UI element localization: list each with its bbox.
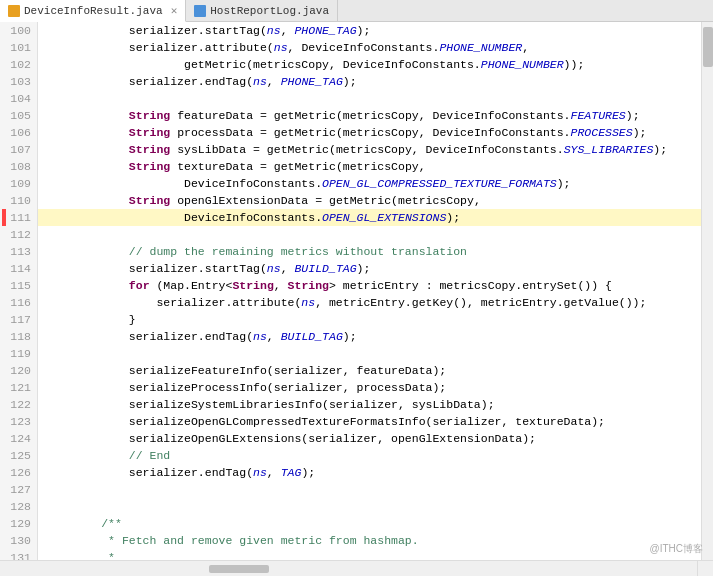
code-line-118: serializer.endTag(ns, BUILD_TAG); — [38, 328, 701, 345]
code-line-125: // End — [38, 447, 701, 464]
line-number-115: 115 — [4, 277, 31, 294]
line-number-112: 112 — [4, 226, 31, 243]
h-scrollbar-thumb[interactable] — [209, 565, 269, 573]
code-line-104 — [38, 90, 701, 107]
code-line-117: } — [38, 311, 701, 328]
code-line-130: * Fetch and remove given metric from has… — [38, 532, 701, 549]
horizontal-scrollbar[interactable] — [0, 563, 697, 575]
code-line-109: DeviceInfoConstants.OPEN_GL_COMPRESSED_T… — [38, 175, 701, 192]
tab-host-report[interactable]: HostReportLog.java — [186, 0, 338, 21]
line-number-100: 100 — [4, 22, 31, 39]
line-number-122: 122 — [4, 396, 31, 413]
line-number-110: 110 — [4, 192, 31, 209]
java-file-icon-2 — [194, 5, 206, 17]
code-line-123: serializeOpenGLCompressedTextureFormatsI… — [38, 413, 701, 430]
line-number-107: 107 — [4, 141, 31, 158]
line-number-131: 131 — [4, 549, 31, 560]
tab-label-device: DeviceInfoResult.java — [24, 5, 163, 17]
code-line-115: for (Map.Entry<String, String> metricEnt… — [38, 277, 701, 294]
line-number-129: 129 — [4, 515, 31, 532]
line-number-114: 114 — [4, 260, 31, 277]
line-number-128: 128 — [4, 498, 31, 515]
bottom-bar — [0, 560, 713, 576]
code-line-107: String sysLibData = getMetric(metricsCop… — [38, 141, 701, 158]
vertical-scrollbar[interactable] — [701, 22, 713, 560]
line-number-101: 101 — [4, 39, 31, 56]
line-number-130: 130 — [4, 532, 31, 549]
line-number-123: 123 — [4, 413, 31, 430]
tab-label-host: HostReportLog.java — [210, 5, 329, 17]
code-line-120: serializeFeatureInfo(serializer, feature… — [38, 362, 701, 379]
scrollbar-thumb[interactable] — [703, 27, 713, 67]
watermark: @ITHC博客 — [650, 542, 703, 556]
code-content[interactable]: serializer.startTag(ns, PHONE_TAG); seri… — [38, 22, 701, 560]
code-line-128 — [38, 498, 701, 515]
line-number-125: 125 — [4, 447, 31, 464]
code-line-124: serializeOpenGLExtensions(serializer, op… — [38, 430, 701, 447]
code-line-127 — [38, 481, 701, 498]
line-numbers: 1001011021031041051061071081091101111121… — [0, 22, 38, 560]
scrollbar-corner — [697, 561, 713, 577]
line-number-113: 113 — [4, 243, 31, 260]
code-line-114: serializer.startTag(ns, BUILD_TAG); — [38, 260, 701, 277]
line-number-106: 106 — [4, 124, 31, 141]
line-number-119: 119 — [4, 345, 31, 362]
line-number-127: 127 — [4, 481, 31, 498]
line-number-103: 103 — [4, 73, 31, 90]
editor-area: 1001011021031041051061071081091101111121… — [0, 22, 713, 560]
code-line-110: String openGlExtensionData = getMetric(m… — [38, 192, 701, 209]
code-line-111: DeviceInfoConstants.OPEN_GL_EXTENSIONS); — [38, 209, 701, 226]
code-line-126: serializer.endTag(ns, TAG); — [38, 464, 701, 481]
line-number-104: 104 — [4, 90, 31, 107]
code-line-105: String featureData = getMetric(metricsCo… — [38, 107, 701, 124]
line-number-117: 117 — [4, 311, 31, 328]
line-number-121: 121 — [4, 379, 31, 396]
java-file-icon — [8, 5, 20, 17]
line-number-102: 102 — [4, 56, 31, 73]
line-number-105: 105 — [4, 107, 31, 124]
code-line-108: String textureData = getMetric(metricsCo… — [38, 158, 701, 175]
line-number-116: 116 — [4, 294, 31, 311]
tab-bar: DeviceInfoResult.java ✕ HostReportLog.ja… — [0, 0, 713, 22]
code-line-113: // dump the remaining metrics without tr… — [38, 243, 701, 260]
code-line-112 — [38, 226, 701, 243]
code-line-106: String processData = getMetric(metricsCo… — [38, 124, 701, 141]
line-number-120: 120 — [4, 362, 31, 379]
line-number-108: 108 — [4, 158, 31, 175]
tab-close-device[interactable]: ✕ — [171, 4, 178, 17]
line-number-126: 126 — [4, 464, 31, 481]
code-line-116: serializer.attribute(ns, metricEntry.get… — [38, 294, 701, 311]
line-number-118: 118 — [4, 328, 31, 345]
code-line-103: serializer.endTag(ns, PHONE_TAG); — [38, 73, 701, 90]
code-line-129: /** — [38, 515, 701, 532]
code-line-122: serializeSystemLibrariesInfo(serializer,… — [38, 396, 701, 413]
code-line-100: serializer.startTag(ns, PHONE_TAG); — [38, 22, 701, 39]
line-number-124: 124 — [4, 430, 31, 447]
line-number-109: 109 — [4, 175, 31, 192]
code-line-121: serializeProcessInfo(serializer, process… — [38, 379, 701, 396]
tab-device-info[interactable]: DeviceInfoResult.java ✕ — [0, 0, 186, 22]
code-line-119 — [38, 345, 701, 362]
code-line-102: getMetric(metricsCopy, DeviceInfoConstan… — [38, 56, 701, 73]
editor-window: DeviceInfoResult.java ✕ HostReportLog.ja… — [0, 0, 713, 576]
code-line-101: serializer.attribute(ns, DeviceInfoConst… — [38, 39, 701, 56]
code-line-131: * — [38, 549, 701, 560]
line-number-111: 111 — [4, 209, 31, 226]
